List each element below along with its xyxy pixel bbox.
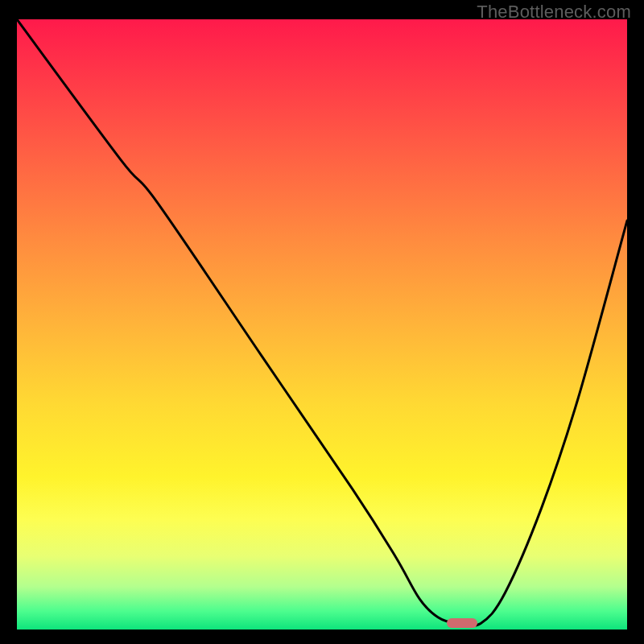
chart-frame: TheBottleneck.com xyxy=(0,0,644,644)
optimal-marker xyxy=(447,618,477,628)
plot-gradient-background xyxy=(17,19,627,630)
